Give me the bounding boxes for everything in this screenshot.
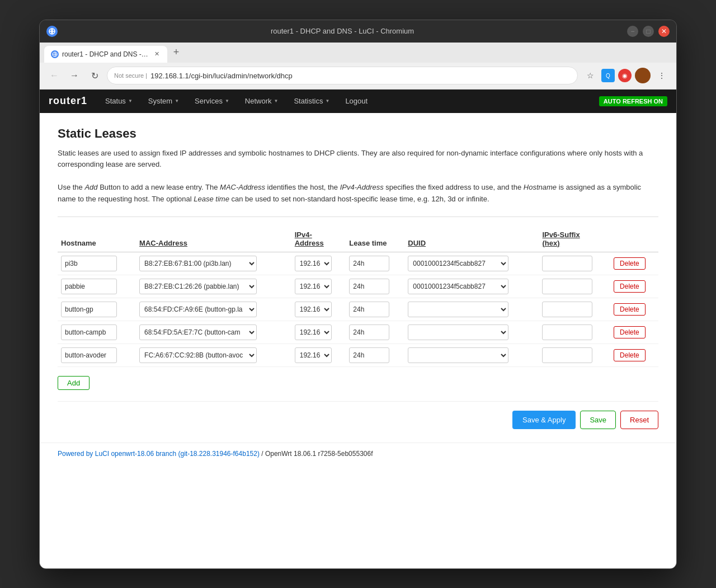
cell-duid-4: [404, 344, 539, 366]
cell-duid-1: 00010001234f5cabb827: [404, 275, 539, 298]
bookmark-button[interactable]: ☆: [582, 68, 598, 83]
duid-select-1[interactable]: 00010001234f5cabb827: [408, 279, 508, 294]
nav-statistics-label: Statistics: [294, 97, 323, 105]
nav-item-services[interactable]: Services ▼: [188, 93, 236, 110]
nav-services-label: Services: [195, 97, 223, 105]
mac-select-0[interactable]: B8:27:EB:67:B1:00 (pi3b.lan): [139, 256, 257, 271]
ipv4-select-1[interactable]: 192.16: [295, 279, 332, 294]
close-button[interactable]: ✕: [658, 26, 670, 37]
lease-input-4[interactable]: [349, 347, 389, 363]
hostname-input-1[interactable]: [61, 279, 117, 294]
mac-select-1[interactable]: B8:27:EB:C1:26:26 (pabbie.lan): [139, 279, 257, 294]
delete-button-3[interactable]: Delete: [614, 326, 646, 338]
ipv6-input-0[interactable]: [542, 256, 592, 271]
cell-duid-2: [404, 298, 539, 321]
cell-ipv4-0: 192.16: [291, 252, 346, 275]
tab-label: router1 - DHCP and DNS - Lu: [62, 50, 149, 58]
user-avatar[interactable]: [635, 68, 651, 83]
table-row: B8:27:EB:67:B1:00 (pi3b.lan)192.16000100…: [58, 252, 658, 275]
cell-ipv6-4: [539, 344, 610, 366]
add-button[interactable]: Add: [58, 376, 90, 390]
ipv4-select-4[interactable]: 192.16: [295, 347, 332, 363]
delete-button-4[interactable]: Delete: [614, 349, 646, 361]
extension-icon-1[interactable]: Q: [601, 69, 615, 82]
nav-logout-label: Logout: [345, 97, 368, 105]
mac-select-4[interactable]: FC:A6:67:CC:92:8B (button-avoc: [139, 347, 257, 363]
lease-input-3[interactable]: [349, 324, 389, 340]
ipv4-select-3[interactable]: 192.16: [295, 324, 332, 340]
delete-button-2[interactable]: Delete: [614, 303, 646, 316]
nav-network-caret: ▼: [274, 98, 279, 104]
ipv6-input-3[interactable]: [542, 324, 592, 340]
router-navbar: router1 Status ▼ System ▼ Services ▼ Net…: [40, 90, 676, 113]
lease-input-1[interactable]: [349, 279, 389, 294]
cell-hostname-2: [58, 298, 136, 321]
duid-select-0[interactable]: 00010001234f5cabb827: [408, 256, 508, 271]
nav-item-logout[interactable]: Logout: [338, 93, 374, 110]
table-row: 68:54:FD:CF:A9:6E (button-gp.la192.16Del…: [58, 298, 658, 321]
url-bar[interactable]: Not secure | 192.168.1.1/cgi-bin/luci/ad…: [107, 67, 578, 84]
browser-icon: [46, 26, 58, 37]
cell-mac-0: B8:27:EB:67:B1:00 (pi3b.lan): [136, 252, 291, 275]
delete-button-1[interactable]: Delete: [614, 280, 646, 293]
mac-select-2[interactable]: 68:54:FD:CF:A9:6E (button-gp.la: [139, 302, 257, 317]
ipv6-input-1[interactable]: [542, 279, 592, 294]
page-content: router1 Status ▼ System ▼ Services ▼ Net…: [40, 90, 676, 568]
extension-icon-2[interactable]: ◉: [618, 69, 632, 82]
nav-item-system[interactable]: System ▼: [142, 93, 186, 110]
address-bar: ← → ↻ Not secure | 192.168.1.1/cgi-bin/l…: [40, 63, 676, 90]
footer-text: / OpenWrt 18.06.1 r7258-5eb055306f: [260, 450, 373, 458]
new-tab-button[interactable]: +: [169, 46, 183, 59]
security-indicator: Not secure |: [114, 72, 147, 79]
footer-link[interactable]: Powered by LuCI openwrt-18.06 branch (gi…: [58, 450, 260, 458]
lease-input-2[interactable]: [349, 302, 389, 317]
lease-input-0[interactable]: [349, 256, 389, 271]
hostname-input-4[interactable]: [61, 347, 117, 363]
cell-lease-0: [346, 252, 404, 275]
table-row: FC:A6:67:CC:92:8B (button-avoc192.16Dele…: [58, 344, 658, 366]
back-button[interactable]: ←: [46, 68, 62, 83]
col-duid: DUID: [404, 226, 539, 252]
hostname-input-3[interactable]: [61, 324, 117, 340]
table-header-row: Hostname MAC-Address IPv4-Address Lease …: [58, 226, 658, 252]
mac-select-3[interactable]: 68:54:FD:5A:E7:7C (button-cam: [139, 324, 257, 340]
duid-select-4[interactable]: [408, 347, 508, 363]
forward-button[interactable]: →: [67, 68, 82, 83]
nav-item-statistics[interactable]: Statistics ▼: [287, 93, 336, 110]
main-content-area: Static Leases Static leases are used to …: [40, 113, 676, 443]
ipv6-input-2[interactable]: [542, 302, 592, 317]
browser-window: router1 - DHCP and DNS - LuCI - Chromium…: [39, 20, 677, 569]
nav-item-network[interactable]: Network ▼: [238, 93, 285, 110]
duid-select-2[interactable]: [408, 302, 508, 317]
menu-button[interactable]: ⋮: [654, 68, 670, 83]
ipv4-select-2[interactable]: 192.16: [295, 302, 332, 317]
cell-delete-3: Delete: [610, 321, 658, 344]
duid-select-3[interactable]: [408, 324, 508, 340]
hostname-input-2[interactable]: [61, 302, 117, 317]
nav-status-label: Status: [105, 97, 126, 105]
nav-item-status[interactable]: Status ▼: [98, 93, 139, 110]
ipv4-select-0[interactable]: 192.16: [295, 256, 332, 271]
tab-close-button[interactable]: ✕: [153, 50, 161, 58]
tab-favicon: [51, 50, 59, 58]
reset-button[interactable]: Reset: [620, 411, 658, 429]
page-title: Static Leases: [58, 126, 658, 141]
nav-services-caret: ▼: [225, 98, 229, 104]
cell-hostname-4: [58, 344, 136, 366]
refresh-button[interactable]: ↻: [87, 68, 102, 83]
save-button[interactable]: Save: [580, 411, 616, 429]
cell-hostname-3: [58, 321, 136, 344]
nav-status-caret: ▼: [128, 98, 133, 104]
cell-duid-0: 00010001234f5cabb827: [404, 252, 539, 275]
delete-button-0[interactable]: Delete: [614, 257, 646, 270]
minimize-button[interactable]: −: [627, 26, 638, 37]
cell-ipv6-3: [539, 321, 610, 344]
hostname-input-0[interactable]: [61, 256, 117, 271]
maximize-button[interactable]: □: [643, 26, 654, 37]
ipv6-input-4[interactable]: [542, 347, 592, 363]
save-apply-button[interactable]: Save & Apply: [512, 411, 576, 429]
active-tab[interactable]: router1 - DHCP and DNS - Lu ✕: [44, 46, 167, 63]
cell-mac-4: FC:A6:67:CC:92:8B (button-avoc: [136, 344, 291, 366]
cell-lease-4: [346, 344, 404, 366]
router-brand: router1: [49, 95, 87, 107]
